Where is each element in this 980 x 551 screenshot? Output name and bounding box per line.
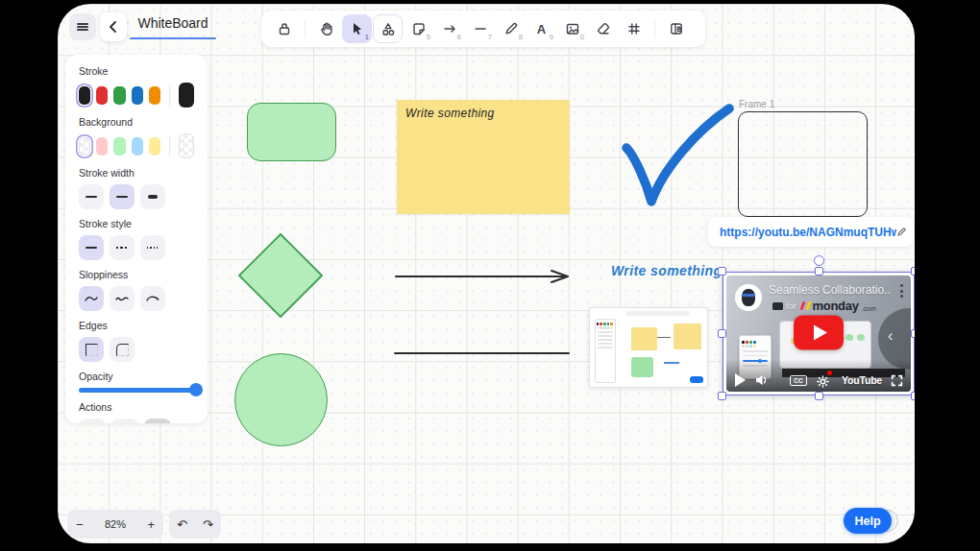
stroke-width-medium[interactable]: [110, 184, 135, 209]
board-title-text: WhiteBoard: [130, 15, 216, 31]
bg-swatch-pink[interactable]: [96, 137, 108, 156]
zoom-out-button[interactable]: −: [76, 517, 84, 532]
embed-link-url[interactable]: https://youtu.be/NAGNmuqTUHw...: [720, 226, 896, 239]
stroke-width-label: Stroke width: [79, 167, 194, 179]
palette-divider: [169, 84, 170, 106]
stroke-style-dotted[interactable]: [140, 235, 165, 260]
resize-handle-right[interactable]: [911, 329, 915, 338]
actions-row: [79, 419, 194, 423]
hamburger-menu-button[interactable]: [69, 13, 96, 40]
mini-link-text: [664, 362, 679, 364]
monday-logo-mark: [799, 301, 805, 310]
canvas-text-element[interactable]: Write something: [611, 263, 722, 278]
player-play-icon[interactable]: [735, 373, 746, 387]
back-button[interactable]: [100, 12, 127, 41]
bg-current-color[interactable]: [179, 133, 194, 158]
arrow-element[interactable]: [394, 268, 575, 285]
volume-icon[interactable]: [755, 373, 769, 387]
sloppiness-cartoonist[interactable]: [140, 286, 165, 311]
monday-logo-mark: [805, 301, 811, 310]
stroke-swatch-blue[interactable]: [132, 86, 143, 105]
tool-lock[interactable]: [269, 14, 299, 43]
tool-line[interactable]: 7: [465, 14, 495, 43]
channel-avatar[interactable]: [735, 284, 762, 311]
resize-handle-bottom-right[interactable]: [911, 392, 915, 400]
tool-select[interactable]: 1: [342, 14, 372, 43]
resize-handle-left[interactable]: [718, 329, 726, 338]
help-button[interactable]: Help: [844, 508, 892, 534]
opacity-slider[interactable]: [79, 388, 200, 393]
youtube-video-player[interactable]: Seamless Collaboratio... for monday .com…: [726, 276, 911, 392]
resize-handle-top-left[interactable]: [718, 267, 726, 276]
sticky-note[interactable]: Write something: [397, 100, 570, 214]
captions-button[interactable]: CC: [790, 375, 807, 386]
youtube-embed[interactable]: Seamless Collaboratio... for monday .com…: [723, 272, 915, 395]
frame-rectangle[interactable]: [738, 111, 868, 217]
youtube-logo: YouTube: [842, 374, 882, 386]
resize-handle-bottom-left[interactable]: [718, 392, 726, 400]
video-menu-icon[interactable]: [900, 284, 903, 298]
board-title[interactable]: WhiteBoard: [130, 15, 216, 39]
tool-draw[interactable]: 8: [496, 14, 526, 43]
tool-eraser[interactable]: [588, 14, 618, 43]
resize-handle-bottom[interactable]: [815, 392, 823, 400]
link-button[interactable]: [144, 419, 171, 423]
green-diamond[interactable]: [236, 231, 325, 320]
youtube-play-button[interactable]: [794, 315, 844, 349]
tool-arrow[interactable]: 6: [434, 14, 464, 43]
zoom-in-button[interactable]: +: [147, 517, 155, 532]
next-video-overlay[interactable]: ‹: [878, 308, 911, 370]
green-circle[interactable]: [234, 353, 328, 446]
delete-button[interactable]: [111, 419, 138, 423]
bg-swatch-green[interactable]: [113, 137, 125, 156]
tool-shortcut: 6: [457, 33, 461, 41]
tool-image[interactable]: 0: [557, 14, 587, 43]
history-controls: ↶ ↷: [169, 510, 221, 539]
stroke-width-bold[interactable]: [140, 184, 165, 209]
stroke-style-solid[interactable]: [79, 235, 104, 260]
tool-shapes[interactable]: [373, 14, 403, 43]
zoom-level[interactable]: 82%: [105, 518, 126, 530]
tool-text[interactable]: A 9: [527, 14, 556, 43]
duplicate-button[interactable]: [79, 419, 106, 423]
sloppiness-artist[interactable]: [110, 286, 135, 311]
fullscreen-icon[interactable]: [891, 374, 903, 387]
bg-swatch-yellow[interactable]: [149, 137, 160, 156]
tool-shortcut: 5: [427, 33, 430, 41]
frame-label[interactable]: Frame 1: [739, 99, 774, 109]
blue-checkmark-drawing[interactable]: [620, 100, 737, 213]
stroke-swatch-red[interactable]: [96, 86, 108, 105]
stroke-current-color[interactable]: [179, 83, 194, 108]
stroke-swatch-green[interactable]: [113, 86, 125, 105]
edges-label: Edges: [79, 320, 194, 331]
stroke-swatch-black[interactable]: [79, 86, 90, 105]
whiteboard-canvas[interactable]: WhiteBoard 1: [58, 4, 915, 543]
tool-frame[interactable]: [619, 14, 649, 43]
edges-round[interactable]: [110, 337, 135, 362]
resize-handle-top-right[interactable]: [911, 267, 915, 276]
note-icon: [411, 21, 427, 36]
tool-library[interactable]: [661, 14, 691, 43]
bg-swatch-transparent[interactable]: [79, 137, 90, 156]
undo-button[interactable]: ↶: [177, 517, 187, 532]
tool-note[interactable]: 5: [404, 14, 433, 43]
video-title[interactable]: Seamless Collaboratio...: [769, 283, 892, 297]
embedded-whiteboard-image[interactable]: [589, 307, 708, 388]
rotate-handle[interactable]: [814, 255, 824, 266]
opacity-slider-thumb[interactable]: [189, 383, 203, 396]
stroke-style-dashed[interactable]: [110, 235, 135, 260]
stroke-palette: [79, 83, 194, 108]
stroke-swatch-orange[interactable]: [149, 86, 160, 105]
resize-handle-top[interactable]: [815, 267, 823, 276]
stroke-width-thin[interactable]: [79, 184, 104, 209]
edges-sharp[interactable]: [79, 337, 104, 362]
edit-link-icon[interactable]: [896, 227, 907, 237]
green-rounded-rectangle[interactable]: [247, 103, 336, 161]
line-element[interactable]: [394, 352, 570, 354]
settings-gear-icon[interactable]: [817, 375, 829, 388]
tool-shortcut: 7: [488, 33, 492, 41]
tool-hand[interactable]: [311, 14, 341, 43]
bg-swatch-blue[interactable]: [132, 137, 143, 156]
sloppiness-architect[interactable]: [79, 286, 104, 311]
redo-button[interactable]: ↷: [203, 517, 213, 532]
